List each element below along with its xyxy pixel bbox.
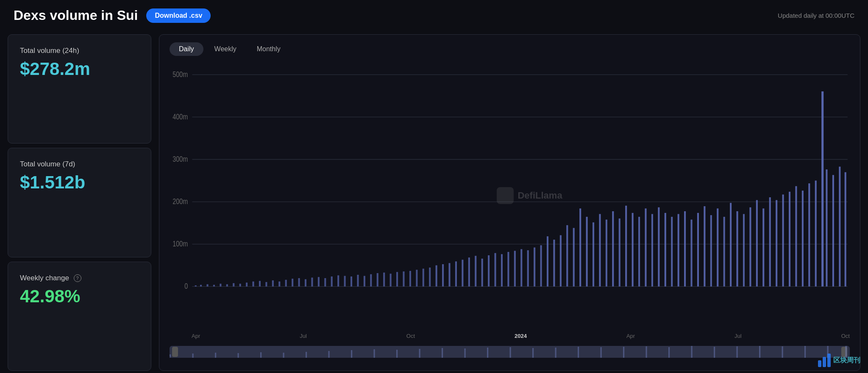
svg-rect-139: [759, 346, 760, 358]
svg-rect-58: [494, 253, 496, 287]
svg-rect-61: [514, 251, 516, 286]
svg-rect-33: [331, 276, 333, 287]
bottom-logo-text: 区块周刊: [833, 356, 860, 365]
svg-rect-125: [442, 348, 443, 358]
x-label-jul-2023: Jul: [300, 333, 307, 339]
page-header: Dexs volume in Sui Download .csv Updated…: [0, 0, 868, 29]
svg-rect-112: [845, 172, 846, 287]
stat-value-weekly-change: 42.98%: [20, 287, 139, 306]
svg-rect-120: [328, 351, 330, 358]
svg-rect-115: [215, 353, 216, 358]
svg-rect-30: [311, 278, 313, 287]
tab-weekly[interactable]: Weekly: [205, 42, 246, 56]
x-label-apr-2024: Apr: [626, 333, 635, 339]
svg-rect-48: [429, 268, 431, 287]
tab-daily[interactable]: Daily: [170, 42, 203, 56]
svg-text:0: 0: [184, 282, 188, 290]
svg-rect-127: [487, 348, 488, 358]
svg-rect-17: [226, 284, 228, 286]
svg-rect-51: [448, 263, 450, 286]
svg-rect-126: [465, 348, 466, 358]
logo-bar-1: [818, 360, 821, 367]
svg-rect-50: [442, 264, 444, 287]
svg-rect-44: [403, 271, 404, 287]
svg-rect-16: [220, 284, 221, 287]
svg-rect-90: [704, 206, 705, 287]
svg-rect-74: [599, 214, 601, 287]
svg-rect-106: [808, 183, 810, 287]
svg-rect-21: [252, 282, 254, 287]
svg-rect-81: [645, 208, 646, 286]
svg-rect-75: [606, 220, 607, 287]
svg-rect-118: [283, 353, 284, 358]
svg-rect-134: [646, 346, 647, 358]
svg-rect-32: [324, 278, 326, 287]
svg-rect-132: [601, 347, 602, 358]
svg-rect-77: [619, 218, 620, 287]
svg-rect-56: [481, 259, 483, 287]
svg-rect-28: [298, 278, 300, 287]
sidebar: Total volume (24h) $278.2m Total volume …: [0, 29, 159, 373]
svg-rect-138: [737, 346, 738, 358]
svg-rect-103: [789, 192, 790, 287]
svg-rect-121: [351, 350, 352, 358]
svg-rect-42: [390, 274, 392, 286]
svg-rect-129: [532, 348, 534, 358]
svg-text:300m: 300m: [172, 155, 188, 163]
svg-rect-114: [192, 354, 194, 358]
svg-rect-124: [419, 349, 420, 358]
scrollbar-track[interactable]: [170, 346, 850, 358]
svg-rect-136: [691, 346, 693, 358]
svg-rect-140: [782, 346, 783, 358]
x-label-oct-2023: Oct: [406, 333, 415, 339]
x-label-jul-2024: Jul: [734, 333, 742, 339]
svg-rect-70: [573, 228, 575, 286]
svg-rect-22: [259, 281, 261, 287]
stat-card-7d: Total volume (7d) $1.512b: [8, 148, 151, 257]
stat-card-weekly-change: Weekly change ? 42.98%: [8, 262, 151, 371]
chart-container: 500m 400m 300m 200m 100m 0: [170, 64, 850, 365]
logo-bar-3: [827, 354, 831, 367]
svg-rect-87: [684, 211, 686, 287]
svg-rect-23: [265, 282, 267, 287]
svg-rect-72: [586, 217, 588, 287]
tab-monthly[interactable]: Monthly: [248, 42, 290, 56]
svg-rect-39: [370, 274, 372, 287]
svg-rect-24: [272, 280, 274, 286]
svg-rect-20: [246, 282, 248, 286]
stat-value-7d: $1.512b: [20, 173, 139, 192]
svg-rect-98: [756, 200, 758, 287]
svg-rect-94: [730, 203, 732, 287]
svg-rect-99: [762, 208, 764, 286]
logo-bars: [818, 354, 831, 367]
svg-rect-130: [555, 348, 556, 358]
svg-rect-91: [710, 215, 712, 287]
svg-rect-108: [821, 91, 823, 287]
download-button[interactable]: Download .csv: [146, 8, 211, 23]
svg-text:500m: 500m: [172, 70, 188, 79]
svg-rect-93: [723, 217, 725, 287]
svg-rect-110: [832, 175, 834, 286]
svg-rect-116: [238, 353, 239, 358]
svg-rect-100: [769, 197, 771, 287]
stat-label-weekly-change: Weekly change ?: [20, 274, 139, 282]
chart-svg: 500m 400m 300m 200m 100m 0: [170, 64, 850, 331]
update-text: Updated daily at 00:00UTC: [778, 12, 854, 19]
svg-rect-14: [206, 284, 208, 286]
svg-rect-95: [737, 211, 738, 287]
svg-rect-86: [678, 214, 679, 287]
svg-rect-35: [344, 276, 346, 287]
svg-rect-88: [690, 220, 692, 287]
svg-rect-85: [671, 217, 673, 287]
stat-card-24h: Total volume (24h) $278.2m: [8, 34, 151, 144]
stat-value-24h: $278.2m: [20, 59, 139, 79]
svg-rect-119: [306, 352, 307, 358]
svg-rect-67: [553, 240, 555, 287]
svg-rect-89: [697, 213, 699, 287]
svg-rect-52: [455, 261, 457, 286]
bottom-logo: 区块周刊: [818, 354, 860, 367]
svg-rect-137: [714, 347, 715, 358]
svg-rect-60: [507, 252, 509, 287]
svg-rect-82: [651, 214, 653, 287]
svg-rect-107: [815, 181, 817, 287]
